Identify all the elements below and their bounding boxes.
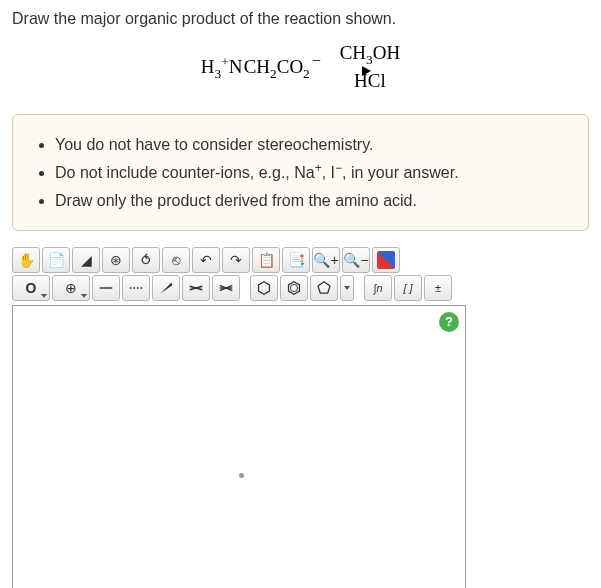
redo-icon[interactable]: ↷	[222, 247, 250, 273]
instructions-box: You do not have to consider stereochemis…	[12, 114, 589, 231]
ring-dropdown[interactable]	[340, 275, 354, 301]
svg-marker-11	[318, 281, 330, 292]
toolbar-row-1: ✋📄◢⊛⥀⎋↶↷📋📑🔍+🔍−	[12, 247, 482, 273]
ring-break-icon[interactable]: ⎋	[162, 247, 190, 273]
pentagon-icon[interactable]	[310, 275, 338, 301]
copy-struct-icon[interactable]: 📑	[282, 247, 310, 273]
zoom-out-icon[interactable]: 🔍−	[342, 247, 370, 273]
instruction-item: Draw only the product derived from the a…	[55, 189, 572, 212]
reagent-top: CH3OH	[340, 42, 401, 68]
reaction-scheme: H3+N CH2CO2− CH3OH HCl	[12, 42, 589, 92]
undo-icon[interactable]: ↶	[192, 247, 220, 273]
benzene-icon[interactable]	[280, 275, 308, 301]
chain-icon[interactable]: ⥀	[132, 247, 160, 273]
svg-marker-8	[259, 281, 270, 294]
help-button[interactable]: ?	[439, 312, 459, 332]
bracket-tool-icon[interactable]: [ ]	[394, 275, 422, 301]
hand-tool-icon[interactable]: ✋	[12, 247, 40, 273]
eraser-icon[interactable]: ◢	[72, 247, 100, 273]
paste-icon[interactable]: 📋	[252, 247, 280, 273]
svg-point-10	[290, 284, 297, 291]
target-icon[interactable]: ⊛	[102, 247, 130, 273]
charge-picker-label: ⊕	[65, 280, 77, 296]
toolbar-row-2: O ⊕ ∫n[ ]±	[12, 275, 482, 301]
reaction-arrow: CH3OH HCl	[340, 42, 401, 92]
charge-tool-icon[interactable]: ±	[424, 275, 452, 301]
atom-picker[interactable]: O	[12, 275, 50, 301]
zoom-in-icon[interactable]: 🔍+	[312, 247, 340, 273]
double-bond-icon[interactable]	[182, 275, 210, 301]
hexagon-icon[interactable]	[250, 275, 278, 301]
structure-editor: ✋📄◢⊛⥀⎋↶↷📋📑🔍+🔍− O ⊕ ∫n[ ]± ?	[12, 247, 482, 588]
canvas-center-dot	[239, 473, 244, 478]
triple-bond-icon[interactable]	[212, 275, 240, 301]
atom-picker-label: O	[26, 280, 37, 296]
instruction-item: You do not have to consider stereochemis…	[55, 133, 572, 156]
question-prompt: Draw the major organic product of the re…	[12, 10, 589, 28]
dotted-bond-icon[interactable]	[122, 275, 150, 301]
instruction-item: Do not include counter-ions, e.g., Na+, …	[55, 160, 572, 185]
svg-marker-2	[161, 282, 173, 293]
reactant-formula: H3+N CH2CO2−	[201, 52, 321, 82]
drawing-canvas[interactable]: ?	[12, 305, 466, 588]
wedge-bond-icon[interactable]	[152, 275, 180, 301]
curve-tool-icon[interactable]: ∫n	[364, 275, 392, 301]
new-doc-icon[interactable]: 📄	[42, 247, 70, 273]
color-atoms-icon[interactable]	[372, 247, 400, 273]
charge-picker[interactable]: ⊕	[52, 275, 90, 301]
single-bond-icon[interactable]	[92, 275, 120, 301]
